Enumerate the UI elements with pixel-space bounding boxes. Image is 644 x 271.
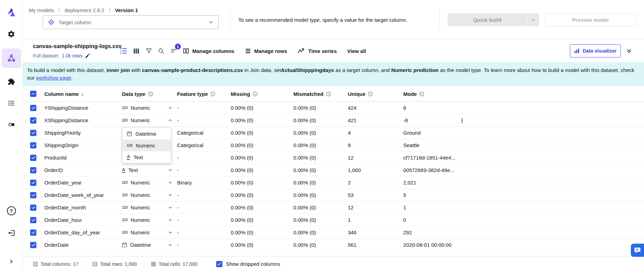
data-visualizer-button[interactable]: Data visualizer [570,44,621,57]
unique-cell: 12 [348,205,403,210]
data-type-select[interactable]: 123 A Numeric [122,180,173,186]
numeric-type-icon: 123 [122,193,127,197]
row-checkbox[interactable] [30,105,36,111]
header-label: Mismatched [293,91,324,97]
double-chevron-icon[interactable] [626,48,632,54]
grid-view-icon[interactable] [132,46,141,55]
row-checkbox[interactable] [30,242,36,248]
unique-cell: 1 [348,217,403,223]
chevron-down-icon [168,218,173,222]
kebab-menu-icon[interactable]: ⋮ [458,114,466,127]
time-series-button[interactable]: Time series [298,47,337,54]
quick-build-dropdown-icon[interactable] [527,13,539,26]
target-column-select[interactable]: Target column [43,15,219,29]
chevron-down-icon [168,106,173,110]
filter-icon[interactable] [144,46,153,55]
row-checkbox[interactable] [30,192,36,198]
header-data-type[interactable]: Data type [122,91,177,97]
header-unique[interactable]: Unique [348,91,403,97]
sidebar-item-custom-models[interactable] [5,75,18,89]
list-view-icon[interactable] [119,46,128,55]
header-divider [230,8,230,32]
manage-columns-button[interactable]: Manage columns [183,48,235,54]
dropdown-option[interactable]: 123 A Numeric [123,139,171,151]
chevron-down-icon [168,193,173,197]
info-icon[interactable] [368,91,373,97]
manage-rows-button[interactable]: Manage rows [245,48,287,54]
preview-model-button[interactable]: Preview model [545,13,636,26]
info-icon[interactable] [253,91,258,97]
view-all-button[interactable]: View all [347,48,366,54]
breadcrumb-version: Version 1 [115,7,138,13]
data-type-select[interactable]: 123 A Numeric [122,229,173,235]
column-name-cell: OrderDate [44,242,122,248]
total-rows: Total rows: 1,000 [92,261,144,267]
sign-out-icon[interactable] [5,226,18,240]
total-columns-label: Total columns: 17 [41,261,78,267]
missing-cell: 0.00% (0) [231,180,293,186]
banner-segment: in Join data, set [243,67,281,73]
info-icon[interactable] [148,91,153,97]
data-type-label: Numeric [131,117,150,123]
dropdown-option[interactable]: 123 A Text [123,151,171,163]
data-type-select[interactable]: 123 A Numeric [122,192,173,198]
data-type-select[interactable]: 123 A Text [122,167,173,173]
help-icon[interactable]: ? [5,204,18,218]
header-column-name[interactable]: Column name ↓ [44,91,122,97]
view-all-label: View all [347,48,366,54]
quick-build-button[interactable]: Quick build [448,13,539,26]
row-checkbox[interactable] [30,142,36,148]
workshop-page-link[interactable]: workshop page [36,75,71,81]
row-checkbox[interactable] [30,180,36,186]
info-icon[interactable] [326,91,331,97]
breadcrumb-deployment[interactable]: deployment 2.8.2 [64,7,104,13]
sort-icon[interactable]: 1 [169,46,178,55]
unique-cell: 12 [348,155,403,161]
dropdown-option[interactable]: 123 A Datetime [123,128,171,139]
header-missing[interactable]: Missing [231,91,293,97]
sidebar-item-datasets[interactable] [5,96,18,110]
info-icon[interactable] [419,91,424,97]
select-all-checkbox[interactable] [30,91,36,97]
header-feature-type[interactable]: Feature type [177,91,231,97]
data-type-select[interactable]: 123 A Numeric [122,105,173,111]
expand-sidebar-icon[interactable] [7,256,16,266]
show-dropped-columns-checkbox[interactable]: Show dropped columns [216,261,280,267]
missing-cell: 0.00% (0) [231,167,293,173]
app-logo[interactable] [6,6,17,18]
row-checkbox[interactable] [30,155,36,161]
breadcrumb-my-models[interactable]: My models [29,7,54,13]
row-checkbox[interactable] [30,205,36,211]
row-checkbox[interactable] [30,130,36,136]
data-type-select[interactable]: 123 A Numeric [122,205,173,210]
row-checkbox[interactable] [30,167,36,173]
header-mismatched[interactable]: Mismatched [293,91,348,97]
row-checkbox[interactable] [30,117,36,124]
info-icon[interactable] [210,91,215,97]
column-name-cell: OrderDate_day_of_year [44,229,122,235]
feature-type-cell: Categorical [177,142,231,148]
data-type-select[interactable]: 123 A Datetime [122,242,173,248]
header-mode[interactable]: Mode [403,91,644,97]
sort-desc-icon[interactable]: ↓ [81,91,84,97]
edit-pencil-icon[interactable] [85,53,90,58]
sidebar-item-automations[interactable] [5,118,18,132]
column-name-cell: OrderDate_year [44,180,122,186]
unique-cell: 421 [348,117,403,123]
settings-gear-icon[interactable] [5,27,18,41]
dataset-title: canvas-sample-shipping-logs.csv [33,43,122,49]
rows-count-link[interactable]: 1.0k rows [62,53,82,58]
mismatched-cell: 0.00% (0) [293,229,348,235]
search-icon[interactable] [157,46,166,55]
mode-cell: 00572689-382d-46e... [403,167,644,173]
row-checkbox[interactable] [30,217,36,223]
sidebar-item-my-models[interactable] [2,48,21,68]
data-type-label: Numeric [131,229,150,235]
chat-feedback-button[interactable] [631,244,644,257]
data-type-dropdown: 123 A Datetime 123 A Numeric 123 A Text [122,127,171,163]
time-series-label: Time series [308,48,337,54]
data-type-select[interactable]: 123 A Numeric [122,117,173,123]
data-type-select[interactable]: 123 A Numeric [122,217,173,223]
unique-cell: 8 [348,142,403,148]
row-checkbox[interactable] [30,229,36,236]
